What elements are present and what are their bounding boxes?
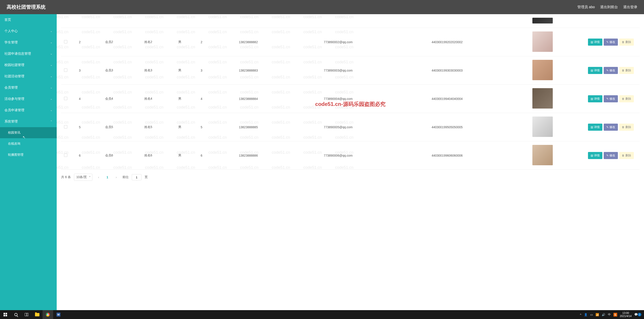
sidebar-item-label: 校园社团管理 [4,63,24,67]
cell-phone: 13823888886 [211,141,286,170]
edit-button[interactable]: ✎修改 [604,124,618,131]
delete-icon: 🗑 [622,97,624,100]
current-page[interactable]: 1 [105,176,110,179]
cell-phone: 13823888883 [211,56,286,84]
sidebar-subitem-0[interactable]: 校园资讯 [0,127,57,138]
cell-email: 773890006@qq.com [286,141,391,170]
chevron-right-icon: ⌄ [50,64,52,66]
delete-button[interactable]: 🗑删除 [619,152,634,159]
cell-name: 姓名2 [129,28,168,56]
edit-button[interactable]: ✎修改 [604,67,618,74]
edit-icon: ✎ [606,126,608,129]
sidebar-subitem-1[interactable]: 在线咨询 [0,138,57,149]
cell-index: 6 [70,141,90,170]
delete-icon: 🗑 [622,126,624,129]
cell-member: 会员2 [90,28,129,56]
cell-email: 773890003@qq.com [286,56,391,84]
chevron-down-icon: ⌃ [50,120,52,123]
avatar [532,18,553,24]
cell-email: 773890002@qq.com [286,28,391,56]
header-actions: 管理员 abo 退出到前台 退出登录 [577,5,637,10]
cell-email: 773890004@qq.com [286,84,391,113]
sidebar-item-0[interactable]: 首页 [0,14,57,26]
admin-label[interactable]: 管理员 abo [577,5,595,10]
sidebar-item-label: 社团活动管理 [4,74,24,78]
next-page-button[interactable]: › [113,174,119,180]
table-row: 2会员2姓名2男213823888882773890002@qq.com4403… [61,28,640,56]
sidebar-item-3[interactable]: 社团申请信息管理⌄ [0,48,57,59]
cell-num: 5 [192,113,211,141]
sidebar-item-label: 会员管理 [4,86,18,90]
delete-button[interactable]: 🗑删除 [619,67,634,74]
goto-frontend-link[interactable]: 退出到前台 [600,5,618,10]
sidebar-item-1[interactable]: 个人中心⌄ [0,26,57,37]
row-checkbox[interactable] [64,97,67,100]
edit-icon: ✎ [606,40,608,44]
cell-email: 773890005@qq.com [286,113,391,141]
sidebar-item-2[interactable]: 学生管理⌄ [0,37,57,48]
edit-button[interactable]: ✎修改 [604,152,618,159]
total-count: 共 6 条 [61,175,71,179]
detail-icon: ▤ [591,126,593,129]
row-checkbox[interactable] [64,68,67,72]
row-checkbox[interactable] [64,154,67,157]
delete-button[interactable]: 🗑删除 [619,38,634,46]
edit-button[interactable]: ✎修改 [604,38,618,46]
prev-page-button[interactable]: ‹ [96,174,102,180]
page-size-select[interactable]: 10条/页 [74,174,92,181]
cell-gender: 男 [168,56,192,84]
sidebar-item-9[interactable]: 系统管理⌃ [0,116,57,127]
table-row: 6会员6姓名6男613823888886773890006@qq.com4403… [61,141,640,170]
detail-icon: ▤ [591,154,593,157]
sidebar-item-label: 首页 [4,18,11,22]
goto-page-input[interactable] [132,174,142,180]
cell-num: 4 [192,84,211,113]
cell-index: 4 [70,84,90,113]
sidebar-item-7[interactable]: 活动参与管理⌄ [0,93,57,104]
detail-icon: ▤ [591,40,593,44]
chevron-right-icon: ⌄ [50,30,52,32]
cell-name: 姓名5 [129,113,168,141]
cell-index: 5 [70,113,90,141]
goto-label: 前往 [122,175,129,179]
sidebar-item-4[interactable]: 校园社团管理⌄ [0,59,57,71]
avatar [532,32,553,52]
logout-link[interactable]: 退出登录 [623,5,637,10]
row-checkbox[interactable] [64,40,67,44]
main-content: code51.cncode51.cncode51.cncode51.cncode… [57,14,644,310]
avatar [532,88,553,108]
detail-button[interactable]: ▤详情 [588,38,602,46]
delete-button[interactable]: 🗑删除 [619,95,634,102]
sidebar-item-5[interactable]: 社团活动管理⌄ [0,71,57,82]
sidebar-item-label: 系统管理 [4,120,18,124]
cell-gender: 男 [168,28,192,56]
chevron-right-icon: ⌄ [50,52,52,55]
detail-button[interactable]: ▤详情 [588,95,602,102]
cell-num: 6 [192,141,211,170]
sidebar-item-8[interactable]: 会员申请管理⌄ [0,104,57,116]
detail-button[interactable]: ▤详情 [588,67,602,74]
sidebar-item-6[interactable]: 会员管理⌄ [0,82,57,93]
cell-num: 3 [192,56,211,84]
delete-icon: 🗑 [622,40,624,44]
pagination: 共 6 条 10条/页 ‹ 1 › 前往 页 [57,170,644,185]
sidebar-item-label: 活动参与管理 [4,97,24,101]
row-checkbox[interactable] [64,125,67,128]
cell-name: 姓名3 [129,56,168,84]
cell-phone: 13823888882 [211,28,286,56]
cell-index: 3 [70,56,90,84]
cell-idcard: 440300199303030003 [391,56,503,84]
delete-icon: 🗑 [622,154,624,157]
edit-button[interactable]: ✎修改 [604,95,618,102]
sidebar-subitem-2[interactable]: 轮播图管理 [0,149,57,160]
sidebar-item-label: 社团申请信息管理 [4,52,31,56]
delete-icon: 🗑 [622,69,624,72]
cell-name: 姓名4 [129,84,168,113]
cell-member: 会员6 [90,141,129,170]
chevron-right-icon: ⌄ [50,86,52,89]
detail-button[interactable]: ▤详情 [588,124,602,131]
delete-button[interactable]: 🗑删除 [619,124,634,131]
detail-button[interactable]: ▤详情 [588,152,602,159]
edit-icon: ✎ [606,97,608,100]
cell-index: 2 [70,28,90,56]
